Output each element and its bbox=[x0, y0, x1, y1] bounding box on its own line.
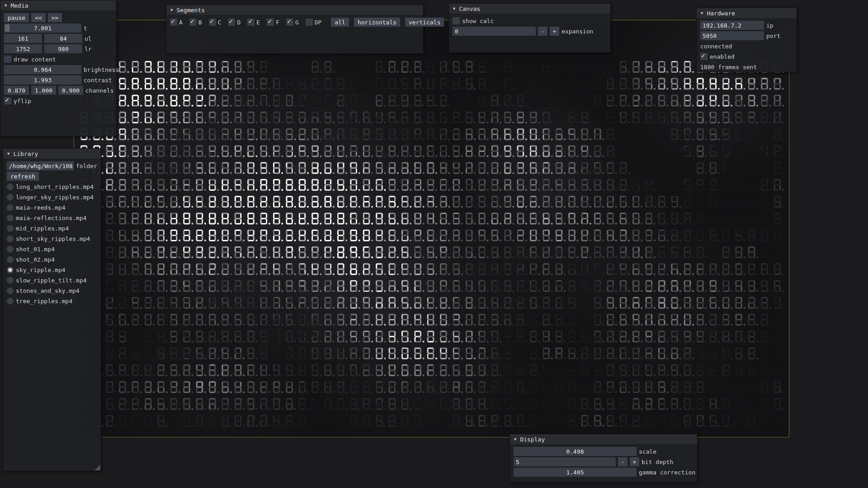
canvas-panel-titlebar[interactable]: ▼ Canvas bbox=[449, 4, 610, 14]
library-item-radio[interactable] bbox=[7, 256, 14, 263]
contrast-drag[interactable]: 1.993 bbox=[4, 75, 81, 84]
brightness-drag[interactable]: 0.964 bbox=[4, 65, 81, 74]
folder-input[interactable]: /home/whg/Work/108_s bbox=[7, 161, 74, 170]
gamma-drag[interactable]: 1.405 bbox=[514, 468, 637, 477]
segment-checkbox-B[interactable] bbox=[189, 19, 197, 26]
channel-g-drag[interactable]: 1.000 bbox=[31, 86, 56, 95]
expansion-minus-button[interactable]: - bbox=[538, 27, 547, 36]
enabled-checkbox[interactable] bbox=[700, 53, 708, 60]
segment-checkbox-C[interactable] bbox=[209, 19, 216, 26]
ul-y-drag[interactable]: 84 bbox=[44, 34, 82, 43]
collapse-arrow-icon[interactable]: ▼ bbox=[170, 8, 173, 12]
resize-grip[interactable] bbox=[94, 465, 100, 470]
collapse-arrow-icon[interactable]: ▼ bbox=[453, 6, 455, 11]
ip-input[interactable]: 192.168.7.2 bbox=[700, 21, 764, 30]
library-item[interactable]: shot_02.mp4 bbox=[7, 255, 97, 264]
pause-button[interactable]: pause bbox=[4, 13, 29, 22]
segment-checkbox-DP[interactable] bbox=[306, 19, 313, 26]
canvas-panel: ▼ Canvas show calc 0 - + expansion bbox=[448, 3, 611, 53]
segments-row: ABCDEFGDPallhorizontalsverticalsdots bbox=[170, 18, 420, 27]
bit-depth-label: bit depth bbox=[642, 459, 673, 465]
bit-depth-plus-button[interactable]: + bbox=[630, 457, 639, 466]
segments-verticals-button[interactable]: verticals bbox=[405, 18, 444, 27]
library-item-label: shot_02.mp4 bbox=[16, 256, 55, 263]
media-panel-titlebar[interactable]: ▼ Media bbox=[0, 0, 116, 10]
library-item-label: slow_ripple_tilt.mp4 bbox=[16, 277, 87, 284]
port-input[interactable]: 5050 bbox=[700, 31, 764, 40]
expansion-plus-button[interactable]: + bbox=[550, 27, 559, 36]
segment-toggle-group: E bbox=[247, 19, 260, 26]
library-item-radio[interactable] bbox=[7, 204, 14, 211]
library-item-radio[interactable] bbox=[7, 277, 14, 284]
slider-grab[interactable] bbox=[5, 24, 9, 32]
scale-drag[interactable]: 0.498 bbox=[514, 447, 637, 456]
step-back-button[interactable]: << bbox=[31, 13, 46, 22]
library-item-radio[interactable] bbox=[7, 215, 14, 221]
draw-content-label: draw content bbox=[14, 56, 56, 63]
library-item[interactable]: tree_ripples.mp4 bbox=[7, 296, 97, 305]
library-item-radio[interactable] bbox=[7, 183, 14, 190]
library-item-radio[interactable] bbox=[7, 298, 14, 305]
segment-checkbox-D[interactable] bbox=[228, 19, 235, 26]
segments-panel-titlebar[interactable]: ▼ Segments bbox=[166, 5, 423, 15]
library-item[interactable]: sky_ripple.mp4 bbox=[7, 265, 97, 274]
library-item-radio[interactable] bbox=[7, 287, 14, 294]
step-forward-button[interactable]: >> bbox=[48, 13, 62, 22]
collapse-arrow-icon[interactable]: ▼ bbox=[5, 3, 7, 8]
segment-checkbox-F[interactable] bbox=[267, 19, 274, 26]
draw-content-checkbox[interactable] bbox=[4, 56, 11, 63]
segment-label: F bbox=[276, 19, 279, 26]
segment-toggle-group: D bbox=[228, 19, 241, 26]
segments-panel: ▼ Segments ABCDEFGDPallhorizontalsvertic… bbox=[166, 5, 424, 54]
segments-horizontals-button[interactable]: horizontals bbox=[354, 18, 400, 27]
collapse-arrow-icon[interactable]: ▼ bbox=[7, 151, 9, 156]
library-item-radio[interactable] bbox=[7, 267, 14, 273]
library-item[interactable]: slow_ripple_tilt.mp4 bbox=[7, 276, 97, 285]
library-item[interactable]: stones_and_sky.mp4 bbox=[7, 286, 97, 295]
lr-y-drag[interactable]: 980 bbox=[44, 44, 82, 53]
bit-depth-input[interactable]: 5 bbox=[514, 457, 616, 466]
time-slider[interactable]: 7.001 bbox=[4, 23, 81, 33]
collapse-arrow-icon[interactable]: ▼ bbox=[701, 11, 703, 15]
library-item-radio[interactable] bbox=[7, 246, 14, 253]
library-item-list: long_short_ripples.mp4longer_sky_ripples… bbox=[7, 182, 97, 305]
segment-toggle-group: G bbox=[286, 19, 299, 26]
library-panel-titlebar[interactable]: ▼ Library bbox=[3, 149, 101, 159]
media-panel: ▼ Media pause << >> 7.001 t 161 84 ul 17… bbox=[0, 0, 117, 136]
library-item-label: maia-reeds.mp4 bbox=[16, 204, 66, 211]
library-item-radio[interactable] bbox=[7, 235, 14, 242]
expansion-input[interactable]: 0 bbox=[453, 27, 536, 36]
show-calc-checkbox[interactable] bbox=[453, 17, 460, 24]
display-panel-titlebar[interactable]: ▼ Display bbox=[510, 434, 697, 444]
hardware-panel-titlebar[interactable]: ▼ Hardware bbox=[697, 8, 797, 18]
library-item[interactable]: shot_01.mp4 bbox=[7, 244, 97, 253]
folder-value: /home/whg/Work/108_s bbox=[9, 163, 74, 169]
segment-toggle-group: DP bbox=[306, 19, 322, 26]
segment-label: A bbox=[179, 19, 183, 26]
segment-display-canvas[interactable] bbox=[74, 20, 789, 437]
library-item[interactable]: longer_sky_ripples.mp4 bbox=[7, 192, 97, 202]
channel-b-drag[interactable]: 0.900 bbox=[58, 86, 83, 95]
segment-toggle-group: F bbox=[267, 19, 279, 26]
library-item-radio[interactable] bbox=[7, 194, 14, 201]
segment-checkbox-A[interactable] bbox=[170, 19, 177, 26]
library-item[interactable]: short_sky_ripples.mp4 bbox=[7, 234, 97, 243]
segments-all-button[interactable]: all bbox=[331, 18, 349, 27]
brightness-label: brightness bbox=[84, 66, 119, 73]
refresh-row: refresh bbox=[7, 172, 97, 181]
library-item[interactable]: long_short_ripples.mp4 bbox=[7, 182, 97, 191]
library-item[interactable]: mid_ripples.mp4 bbox=[7, 224, 97, 233]
library-item-label: longer_sky_ripples.mp4 bbox=[16, 194, 94, 201]
lr-x-drag[interactable]: 1752 bbox=[4, 44, 42, 53]
bit-depth-minus-button[interactable]: - bbox=[618, 457, 627, 466]
yflip-checkbox[interactable] bbox=[4, 97, 11, 104]
library-item[interactable]: maia-reeds.mp4 bbox=[7, 203, 97, 212]
channel-r-drag[interactable]: 0.870 bbox=[4, 86, 29, 95]
segment-checkbox-E[interactable] bbox=[247, 19, 255, 26]
ul-x-drag[interactable]: 161 bbox=[4, 34, 42, 43]
refresh-button[interactable]: refresh bbox=[7, 172, 39, 181]
segment-checkbox-G[interactable] bbox=[286, 19, 293, 26]
collapse-arrow-icon[interactable]: ▼ bbox=[514, 437, 516, 441]
library-item[interactable]: maia-reflections.mp4 bbox=[7, 213, 97, 222]
library-item-radio[interactable] bbox=[7, 225, 14, 232]
